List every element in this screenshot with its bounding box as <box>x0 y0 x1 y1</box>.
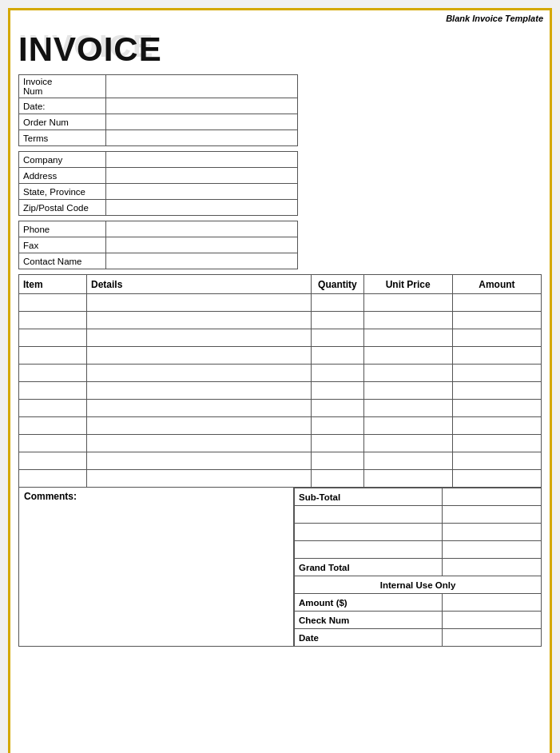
table-cell[interactable] <box>452 417 541 435</box>
fax-label: Fax <box>19 237 106 253</box>
contact-name-value[interactable] <box>106 253 298 269</box>
zip-row: Zip/Postal Code <box>19 200 298 216</box>
invoice-info-table: InvoiceNum Date: Order Num Terms <box>18 74 298 146</box>
table-cell[interactable] <box>19 435 87 452</box>
table-cell[interactable] <box>312 365 363 382</box>
table-cell[interactable] <box>19 347 87 365</box>
terms-label: Terms <box>19 130 106 146</box>
table-cell[interactable] <box>87 452 312 470</box>
company-value[interactable] <box>106 152 298 168</box>
subtotal-label: Sub-Total <box>295 488 443 506</box>
table-cell[interactable] <box>87 400 312 417</box>
table-row <box>19 294 542 312</box>
check-num-row: Check Num <box>295 612 542 629</box>
phone-value[interactable] <box>106 221 298 237</box>
address-value[interactable] <box>106 168 298 184</box>
table-cell[interactable] <box>19 329 87 347</box>
table-cell[interactable] <box>452 435 541 452</box>
internal-date-label: Date <box>295 629 443 647</box>
table-cell[interactable] <box>452 452 541 470</box>
extra-value-2[interactable] <box>443 524 542 541</box>
table-cell[interactable] <box>312 312 363 329</box>
address-label: Address <box>19 168 106 184</box>
table-row <box>19 435 542 452</box>
table-cell[interactable] <box>363 400 452 417</box>
table-cell[interactable] <box>452 347 541 365</box>
contact-name-label: Contact Name <box>19 253 106 269</box>
zip-value[interactable] <box>106 200 298 216</box>
order-num-value[interactable] <box>106 114 298 130</box>
table-cell[interactable] <box>19 294 87 312</box>
extra-label-3 <box>295 541 443 559</box>
table-cell[interactable] <box>312 417 363 435</box>
table-cell[interactable] <box>19 365 87 382</box>
date-value[interactable] <box>106 98 298 114</box>
table-cell[interactable] <box>363 435 452 452</box>
check-num-label: Check Num <box>295 612 443 629</box>
table-cell[interactable] <box>452 329 541 347</box>
table-cell[interactable] <box>452 470 541 488</box>
table-row <box>19 312 542 329</box>
bottom-section: Comments: Sub-Total <box>18 488 542 647</box>
table-cell[interactable] <box>19 312 87 329</box>
table-cell[interactable] <box>363 470 452 488</box>
table-cell[interactable] <box>87 470 312 488</box>
table-cell[interactable] <box>19 382 87 400</box>
table-cell[interactable] <box>363 294 452 312</box>
table-cell[interactable] <box>452 382 541 400</box>
subtotal-value[interactable] <box>443 488 542 506</box>
table-cell[interactable] <box>87 294 312 312</box>
table-cell[interactable] <box>19 400 87 417</box>
table-cell[interactable] <box>87 417 312 435</box>
table-cell[interactable] <box>87 312 312 329</box>
table-cell[interactable] <box>452 294 541 312</box>
template-label: Blank Invoice Template <box>446 14 543 23</box>
check-num-value[interactable] <box>443 612 542 629</box>
table-cell[interactable] <box>312 382 363 400</box>
fax-value[interactable] <box>106 237 298 253</box>
table-cell[interactable] <box>312 470 363 488</box>
table-cell[interactable] <box>312 435 363 452</box>
table-cell[interactable] <box>87 382 312 400</box>
table-cell[interactable] <box>452 400 541 417</box>
table-cell[interactable] <box>452 312 541 329</box>
table-cell[interactable] <box>19 470 87 488</box>
table-cell[interactable] <box>19 452 87 470</box>
company-info-section: Company Address State, Province Zip/Post… <box>18 151 542 216</box>
state-label: State, Province <box>19 184 106 200</box>
extra-value-3[interactable] <box>443 541 542 559</box>
table-cell[interactable] <box>87 329 312 347</box>
grand-total-value[interactable] <box>443 559 542 576</box>
table-cell[interactable] <box>312 347 363 365</box>
table-cell[interactable] <box>312 400 363 417</box>
grand-total-label: Grand Total <box>295 559 443 576</box>
table-cell[interactable] <box>363 347 452 365</box>
table-cell[interactable] <box>363 329 452 347</box>
table-cell[interactable] <box>19 417 87 435</box>
table-cell[interactable] <box>87 347 312 365</box>
table-cell[interactable] <box>452 365 541 382</box>
table-cell[interactable] <box>87 365 312 382</box>
table-cell[interactable] <box>363 365 452 382</box>
invoice-num-value[interactable] <box>106 75 298 98</box>
table-cell[interactable] <box>312 294 363 312</box>
state-value[interactable] <box>106 184 298 200</box>
totals-table: Sub-Total Grand Total <box>294 488 542 647</box>
table-cell[interactable] <box>87 435 312 452</box>
table-cell[interactable] <box>312 452 363 470</box>
table-row <box>19 452 542 470</box>
table-cell[interactable] <box>312 329 363 347</box>
amount-dollar-value[interactable] <box>443 594 542 612</box>
grand-total-row: Grand Total <box>295 559 542 576</box>
table-cell[interactable] <box>363 417 452 435</box>
col-header-quantity: Quantity <box>312 275 363 294</box>
contact-info-table: Phone Fax Contact Name <box>18 221 298 269</box>
company-label: Company <box>19 152 106 168</box>
terms-value[interactable] <box>106 130 298 146</box>
table-cell[interactable] <box>363 312 452 329</box>
table-cell[interactable] <box>363 452 452 470</box>
table-cell[interactable] <box>363 382 452 400</box>
address-row: Address <box>19 168 298 184</box>
extra-value-1[interactable] <box>443 506 542 524</box>
internal-date-value[interactable] <box>443 629 542 647</box>
